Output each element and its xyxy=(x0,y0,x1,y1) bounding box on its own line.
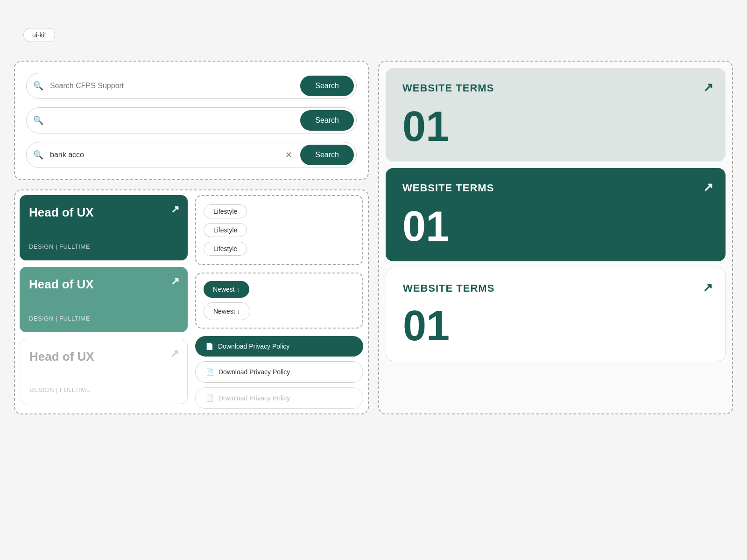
download-label-dark: Download Privacy Policy xyxy=(218,343,289,350)
downloads-widget: 📄 Download Privacy Policy 📄 Download Pri… xyxy=(195,336,363,409)
tags-widget: Lifestyle Lifestyle Lifestyle xyxy=(195,195,363,265)
job-card-dark[interactable]: ↗ Head of UX DESIGN | FULLTIME xyxy=(20,195,188,260)
website-card-title-2: WEBSITE TERMS xyxy=(402,182,709,194)
main-layout: 🔍 Search 🔍 Search 🔍 ✕ Search xyxy=(14,61,733,414)
search-button-3[interactable]: Search xyxy=(300,145,354,165)
dropdowns-widget: Newest ↓ Newest ↓ xyxy=(195,273,363,329)
tag-lifestyle-3[interactable]: Lifestyle xyxy=(204,242,247,256)
bottom-left-panel: ↗ Head of UX DESIGN | FULLTIME ↗ Head of… xyxy=(14,189,369,414)
search-icon-1: 🔍 xyxy=(27,81,50,91)
job-card-light[interactable]: ↗ Head of UX DESIGN | FULLTIME xyxy=(20,339,188,404)
search-icon-2: 🔍 xyxy=(27,115,50,126)
download-button-dark[interactable]: 📄 Download Privacy Policy xyxy=(195,336,363,357)
document-icon-dark: 📄 xyxy=(205,343,213,350)
job-card-dark-meta: DESIGN | FULLTIME xyxy=(29,243,178,250)
website-card-light-gray[interactable]: ↗ WEBSITE TERMS 01 xyxy=(386,68,726,161)
left-column: 🔍 Search 🔍 Search 🔍 ✕ Search xyxy=(14,61,369,414)
website-card-number-3: 01 xyxy=(403,305,708,347)
search-input-3[interactable] xyxy=(50,151,280,159)
website-card-title-1: WEBSITE TERMS xyxy=(402,82,709,94)
document-icon-disabled: 📄 xyxy=(206,394,214,402)
dropdown-newest-light[interactable]: Newest ↓ xyxy=(204,302,250,320)
arrow-icon-dark: ↗ xyxy=(171,203,179,216)
arrow-icon-light: ↗ xyxy=(170,348,179,360)
search-input-1[interactable] xyxy=(50,82,298,90)
download-label-disabled: Download Privacy Policy xyxy=(218,394,290,402)
ui-kit-badge: ui-kit xyxy=(23,28,55,42)
search-row-2: 🔍 Search xyxy=(26,107,357,133)
right-outer-panel: ↗ WEBSITE TERMS 01 ↗ WEBSITE TERMS 01 ↗ … xyxy=(378,61,733,414)
website-card-number-1: 01 xyxy=(402,105,709,147)
job-card-light-meta: DESIGN | FULLTIME xyxy=(29,386,178,393)
website-card-white[interactable]: ↗ WEBSITE TERMS 01 xyxy=(386,268,726,361)
document-icon-light: 📄 xyxy=(206,368,214,376)
job-card-medium[interactable]: ↗ Head of UX DESIGN | FULLTIME xyxy=(20,267,188,332)
job-card-dark-title: Head of UX xyxy=(29,205,178,220)
job-cards-column: ↗ Head of UX DESIGN | FULLTIME ↗ Head of… xyxy=(20,195,188,409)
dropdown-newest-dark[interactable]: Newest ↓ xyxy=(204,281,249,298)
search-icon-3: 🔍 xyxy=(27,150,50,160)
tag-lifestyle-1[interactable]: Lifestyle xyxy=(204,204,247,218)
download-button-disabled: 📄 Download Privacy Policy xyxy=(195,387,363,409)
download-label-light: Download Privacy Policy xyxy=(218,368,290,376)
search-input-2[interactable] xyxy=(50,116,298,125)
download-button-light[interactable]: 📄 Download Privacy Policy xyxy=(195,361,363,383)
right-widgets-column: Lifestyle Lifestyle Lifestyle Newest ↓ N… xyxy=(195,195,363,409)
job-card-medium-title: Head of UX xyxy=(29,277,178,292)
website-card-dark-teal[interactable]: ↗ WEBSITE TERMS 01 xyxy=(386,168,726,261)
search-button-2[interactable]: Search xyxy=(300,110,354,131)
search-panel: 🔍 Search 🔍 Search 🔍 ✕ Search xyxy=(14,61,369,180)
search-row-3: 🔍 ✕ Search xyxy=(26,142,357,168)
website-card-number-2: 01 xyxy=(402,205,709,247)
search-row-1: 🔍 Search xyxy=(26,73,357,99)
website-arrow-3: ↗ xyxy=(703,280,713,295)
tag-lifestyle-2[interactable]: Lifestyle xyxy=(204,223,247,237)
website-card-title-3: WEBSITE TERMS xyxy=(403,282,708,294)
job-card-light-title: Head of UX xyxy=(29,350,178,364)
arrow-icon-medium: ↗ xyxy=(171,275,179,287)
search-button-1[interactable]: Search xyxy=(300,76,354,96)
clear-button[interactable]: ✕ xyxy=(280,150,298,160)
website-arrow-2: ↗ xyxy=(703,180,713,195)
job-card-medium-meta: DESIGN | FULLTIME xyxy=(29,315,178,322)
website-arrow-1: ↗ xyxy=(703,80,713,95)
